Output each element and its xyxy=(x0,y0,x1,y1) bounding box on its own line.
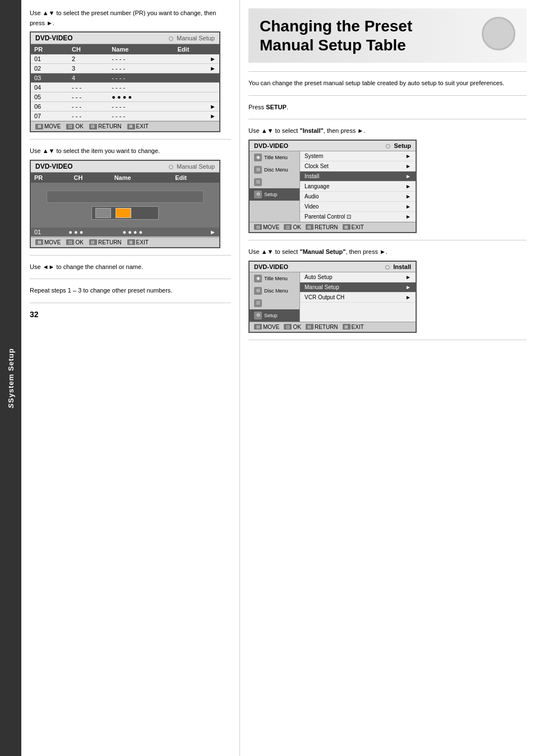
install-circle-icon xyxy=(385,265,390,270)
right-step-2-block: Use ▲▼ to select "Install", then press ►… xyxy=(248,126,527,233)
right-divider-1 xyxy=(248,71,527,72)
dvd-menu-2: DVD-VIDEO Manual Setup PR CH Name Edit xyxy=(30,160,220,248)
install-disc-icon: ⊟ xyxy=(254,287,262,295)
right-divider-3 xyxy=(248,119,527,119)
table-row: 023- - - -► xyxy=(31,64,219,73)
page-title-block: Changing the PresetManual Setup Table xyxy=(248,8,527,63)
install-print-icon: ⊡ xyxy=(254,299,262,307)
install-menu-body: ◉ Title Menu ⊟ Disc Menu ⊡ ⚙ xyxy=(250,272,416,322)
footer-exit: ⊞ EXIT xyxy=(127,123,149,129)
setup-exit-icon: ⊞ xyxy=(343,224,350,230)
dvd-menu-1-footer: ⊠ MOVE ⊡ OK ⊟ RETURN ⊞ EXIT xyxy=(31,121,219,131)
setup-menu-subtitle: Setup xyxy=(386,142,411,149)
osd-editing-area xyxy=(31,183,219,228)
sidebar-label: SSystem Setup xyxy=(7,348,15,409)
install-menu-header: DVD-VIDEO Install xyxy=(250,262,416,272)
footer-move: ⊠ MOVE xyxy=(35,123,61,129)
move-icon-2: ⊠ xyxy=(35,239,43,245)
install-move-icon: ⊟ xyxy=(254,324,262,330)
install-ok-icon: ⊡ xyxy=(284,324,292,330)
table-row: 012- - - -► xyxy=(31,54,219,64)
right-item-language: Language► xyxy=(300,182,416,192)
table-row-selected: 034- - - - xyxy=(31,73,219,83)
install-right-manual: Manual Setup► xyxy=(300,282,416,293)
table-row: 07- - -- - - -► xyxy=(31,112,219,121)
ok-icon: ⊡ xyxy=(66,124,74,129)
setup-menu: DVD-VIDEO Setup ◉ Title Menu xyxy=(248,140,417,233)
right-step-3-block: Use ▲▼ to select "Manual Setup", then pr… xyxy=(248,247,527,333)
osd-char-1 xyxy=(95,208,111,218)
table-row: 04- - -- - - - xyxy=(31,83,219,92)
setup-menu-item-title: ◉ Title Menu xyxy=(250,151,299,164)
dvd-menu-2-footer: ⊠ MOVE ⊡ OK ⊟ RETURN ⊞ EXIT xyxy=(31,237,219,247)
table-row: 06- - -- - - -► xyxy=(31,102,219,112)
step-4-block: Repeat steps 1 – 3 to change other prese… xyxy=(30,286,231,296)
install-item-disc: ⊟ Disc Menu xyxy=(250,285,299,297)
col-name: Name xyxy=(108,44,174,54)
right-item-system: System► xyxy=(300,151,416,161)
page-title: Changing the PresetManual Setup Table xyxy=(260,17,515,54)
dvd-menu-1-title: DVD-VIDEO xyxy=(35,34,73,42)
step-3-text: Use ◄► to change the channel or name. xyxy=(30,262,231,272)
right-divider-2 xyxy=(248,95,527,96)
osd-char-active xyxy=(116,208,131,218)
right-item-parental: Parental Control ⊡► xyxy=(300,212,416,222)
manual-table-2-bottom: 01 ● ● ● ● ● ● ● ► xyxy=(31,228,219,237)
footer-return: ⊟ RETURN xyxy=(89,123,122,129)
install-item-title: ◉ Title Menu xyxy=(250,272,299,285)
title-circle-decoration xyxy=(482,17,515,50)
step-2-text: Use ▲▼ to select the item you want to ch… xyxy=(30,146,231,156)
setup-menu-item-print: ⊡ xyxy=(250,176,299,188)
right-item-video: Video► xyxy=(300,202,416,212)
print-icon: ⊡ xyxy=(254,178,262,186)
install-menu-footer: ⊟ MOVE ⊡ OK ⊟ RETURN ⊞ EXIT xyxy=(250,322,416,332)
setup-return-icon: ⊟ xyxy=(306,224,313,230)
dvd-menu-2-subtitle: Manual Setup xyxy=(169,163,215,170)
return-icon: ⊟ xyxy=(89,124,97,129)
right-step-3-text: Use ▲▼ to select "Manual Setup", then pr… xyxy=(248,247,527,257)
right-item-clock: Clock Set► xyxy=(300,161,416,171)
divider-3 xyxy=(30,279,231,279)
setup-menu-footer: ⊟ MOVE ⊡ OK ⊟ RETURN ⊞ EXIT xyxy=(250,222,416,232)
divider-1 xyxy=(30,139,231,140)
dvd-menu-1-subtitle: Manual Setup xyxy=(169,35,215,41)
install-item-print: ⊡ xyxy=(250,297,299,309)
right-divider-4 xyxy=(248,240,527,240)
right-step-1-block: Press SETUP. xyxy=(248,103,527,113)
exit-icon: ⊞ xyxy=(127,124,135,129)
footer-ok: ⊡ OK xyxy=(66,123,83,129)
intro-text: You can change the preset manual setup t… xyxy=(248,78,527,89)
exit-icon-2: ⊞ xyxy=(127,239,135,245)
install-right-auto: Auto Setup► xyxy=(300,272,416,282)
setup-menu-title: DVD-VIDEO xyxy=(254,142,288,149)
setup-menu-header: DVD-VIDEO Setup xyxy=(250,141,416,151)
right-step-1-text: Press SETUP. xyxy=(248,103,527,113)
install-item-setup: ⚙ Setup xyxy=(250,309,299,322)
step-4-text: Repeat steps 1 – 3 to change other prese… xyxy=(30,286,231,296)
col-edit: Edit xyxy=(174,44,219,54)
dvd-menu-2-title: DVD-VIDEO xyxy=(35,163,73,170)
right-divider-5 xyxy=(248,340,527,340)
manual-table-2: PR CH Name Edit xyxy=(31,173,219,183)
setup-move-icon: ⊟ xyxy=(254,224,262,230)
setup-circle-icon xyxy=(386,144,390,149)
install-menu: DVD-VIDEO Install ◉ Title Menu xyxy=(248,261,417,333)
install-menu-left: ◉ Title Menu ⊟ Disc Menu ⊡ ⚙ xyxy=(250,272,300,322)
left-column: Use ▲▼ to select the preset number (PR) … xyxy=(21,0,240,756)
manual-table-1: PR CH Name Edit 012- - - -► 023- - xyxy=(31,44,219,121)
install-right-vcr: VCR Output CH► xyxy=(300,293,416,303)
setup-menu-item-setup: ⚙ Setup xyxy=(250,188,299,201)
divider-4 xyxy=(30,303,231,303)
setup-menu-right: System► Clock Set► Install► Language► xyxy=(300,151,416,222)
setup-ok-icon: ⊡ xyxy=(284,224,292,230)
move-icon: ⊠ xyxy=(35,124,43,129)
step-1-text: Use ▲▼ to select the preset number (PR) … xyxy=(30,8,231,28)
install-title-icon: ◉ xyxy=(254,275,262,282)
install-menu-subtitle: Install xyxy=(385,263,411,270)
table-row: 05- - -● ● ● ● xyxy=(31,92,219,102)
col-ch: CH xyxy=(68,44,108,54)
title-menu-icon: ◉ xyxy=(254,154,262,161)
page-number: 32 xyxy=(30,310,231,319)
install-exit-icon: ⊞ xyxy=(343,324,350,330)
install-menu-right: Auto Setup► Manual Setup► VCR Output CH► xyxy=(300,272,416,322)
